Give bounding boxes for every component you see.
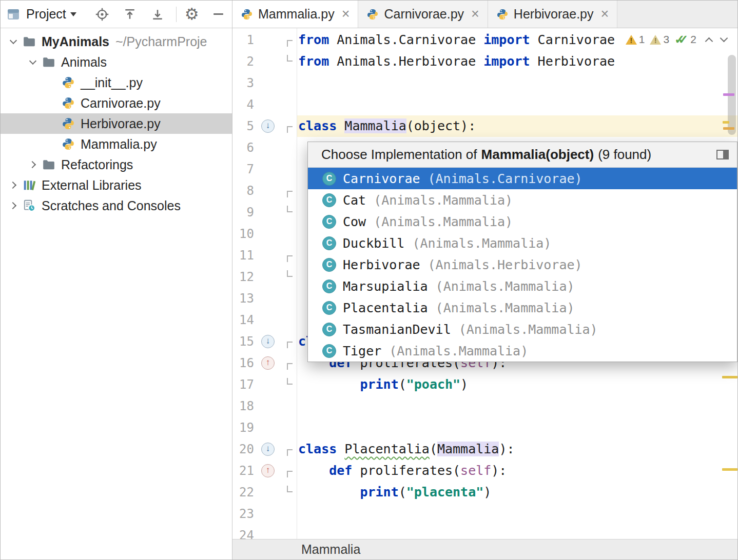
overrides-gutter-icon[interactable]: ↑ bbox=[261, 464, 275, 477]
code-line-5[interactable]: class Mammalia(object): bbox=[297, 115, 737, 137]
line-number[interactable]: 17 bbox=[232, 374, 254, 395]
tree-chevron-icon[interactable] bbox=[6, 203, 21, 208]
line-number[interactable]: 7 bbox=[232, 158, 254, 180]
tree-chevron-icon[interactable] bbox=[6, 183, 21, 188]
line-number[interactable]: 24 bbox=[232, 525, 254, 539]
stripe-mark[interactable] bbox=[722, 468, 737, 471]
tree-chevron-icon[interactable] bbox=[25, 61, 41, 64]
implementation-item-marsupialia[interactable]: CMarsupialia(Animals.Mammalia) bbox=[308, 275, 737, 297]
fold-marker-icon[interactable] bbox=[287, 342, 293, 348]
tree-chevron-icon[interactable] bbox=[25, 162, 41, 167]
tree-chevron-icon[interactable] bbox=[6, 41, 21, 43]
stripe-mark[interactable] bbox=[722, 376, 737, 378]
project-view-selector[interactable]: Project bbox=[26, 7, 76, 22]
implementation-item-carnivorae[interactable]: CCarnivorae(Animals.Carnivorae) bbox=[308, 168, 737, 189]
fold-marker-icon[interactable] bbox=[287, 270, 293, 277]
checks-passed-icon[interactable]: ✓✓ bbox=[674, 32, 688, 47]
line-number[interactable]: 9 bbox=[232, 202, 254, 223]
fold-marker-icon[interactable] bbox=[287, 363, 293, 370]
line-number[interactable]: 18 bbox=[232, 395, 254, 417]
code-line-2[interactable]: from Animals.Herbivorae import Herbivora… bbox=[297, 51, 737, 72]
code-line-18[interactable] bbox=[297, 395, 737, 417]
fold-marker-icon[interactable] bbox=[287, 449, 293, 456]
line-number[interactable]: 3 bbox=[232, 72, 254, 94]
tree-item-scratches-and-consoles[interactable]: Scratches and Consoles bbox=[1, 195, 232, 216]
locate-file-icon[interactable] bbox=[95, 7, 109, 22]
tool-window-icon[interactable] bbox=[7, 8, 20, 21]
implementation-item-tiger[interactable]: CTiger(Animals.Mammalia) bbox=[308, 340, 737, 362]
weak-warning-icon[interactable]: ! bbox=[650, 35, 661, 45]
line-number[interactable]: 21 bbox=[232, 460, 254, 482]
implementation-item-duckbill[interactable]: CDuckbill(Animals.Mammalia) bbox=[308, 232, 737, 254]
line-number[interactable]: 11 bbox=[232, 245, 254, 266]
implemented-gutter-icon[interactable]: ↓ bbox=[261, 443, 275, 456]
implementation-item-cow[interactable]: CCow(Animals.Mammalia) bbox=[308, 211, 737, 232]
breadcrumb-item[interactable]: Mammalia bbox=[301, 542, 360, 557]
fold-marker-icon[interactable] bbox=[287, 378, 293, 385]
line-number[interactable]: 12 bbox=[232, 266, 254, 288]
implementation-item-herbivorae[interactable]: CHerbivorae(Animals.Herbivorae) bbox=[308, 254, 737, 275]
fold-marker-icon[interactable] bbox=[287, 471, 293, 477]
line-number[interactable]: 13 bbox=[232, 288, 254, 309]
line-number[interactable]: 1 bbox=[232, 29, 254, 51]
line-number[interactable]: 10 bbox=[232, 223, 254, 245]
line-number[interactable]: 23 bbox=[232, 503, 254, 525]
line-number[interactable]: 22 bbox=[232, 482, 254, 503]
code-line-4[interactable] bbox=[297, 94, 737, 115]
open-as-tool-window-icon[interactable] bbox=[716, 150, 729, 159]
hide-panel-icon[interactable] bbox=[213, 13, 223, 15]
line-number[interactable]: 15 bbox=[232, 331, 254, 352]
code-line-24[interactable] bbox=[297, 525, 737, 539]
collapse-all-icon[interactable] bbox=[150, 7, 165, 22]
fold-marker-icon[interactable] bbox=[287, 206, 293, 212]
fold-marker-icon[interactable] bbox=[287, 55, 293, 62]
code-line-21[interactable]: def proliferates(self): bbox=[297, 460, 737, 482]
tree-item-external-libraries[interactable]: External Libraries bbox=[1, 175, 232, 195]
fold-marker-icon[interactable] bbox=[287, 191, 293, 197]
stripe-mark[interactable] bbox=[723, 121, 729, 124]
code-line-17[interactable]: print("poach") bbox=[297, 374, 737, 395]
implementation-item-placentalia[interactable]: CPlacentalia(Animals.Mammalia) bbox=[308, 297, 737, 318]
stripe-mark[interactable] bbox=[723, 93, 734, 96]
fold-marker-icon[interactable] bbox=[287, 40, 293, 47]
fold-marker-icon[interactable] bbox=[287, 255, 293, 262]
tree-item-herbivorae-py[interactable]: Herbivorae.py bbox=[1, 113, 232, 134]
line-number[interactable]: 16 bbox=[232, 352, 254, 374]
tree-item-refactorings[interactable]: Refactorings bbox=[1, 154, 232, 175]
line-number[interactable]: 4 bbox=[232, 94, 254, 115]
line-number[interactable]: 20 bbox=[232, 438, 254, 460]
tree-item-myanimals[interactable]: MyAnimals~/PycharmProje bbox=[1, 31, 232, 52]
prev-problem-icon[interactable] bbox=[705, 37, 713, 46]
warning-icon[interactable]: ! bbox=[626, 35, 637, 45]
fold-marker-icon[interactable] bbox=[287, 126, 293, 133]
fold-marker-icon[interactable] bbox=[287, 486, 293, 492]
overrides-gutter-icon[interactable]: ↑ bbox=[261, 356, 275, 370]
tab-close-icon[interactable]: × bbox=[601, 7, 609, 21]
tree-item-mammalia-py[interactable]: Mammalia.py bbox=[1, 134, 232, 154]
editor-tab-mammalia-py[interactable]: Mammalia.py× bbox=[232, 1, 358, 28]
line-number[interactable]: 19 bbox=[232, 417, 254, 438]
code-line-23[interactable] bbox=[297, 503, 737, 525]
tree-item-carnivorae-py[interactable]: Carnivorae.py bbox=[1, 93, 232, 113]
implementation-item-cat[interactable]: CCat(Animals.Mammalia) bbox=[308, 189, 737, 211]
tree-item-animals[interactable]: Animals bbox=[1, 52, 232, 72]
line-number[interactable]: 6 bbox=[232, 137, 254, 158]
implementation-item-tasmaniandevil[interactable]: CTasmanianDevil(Animals.Mammalia) bbox=[308, 318, 737, 340]
tab-close-icon[interactable]: × bbox=[342, 7, 350, 21]
code-line-22[interactable]: print("placenta") bbox=[297, 482, 737, 503]
code-line-20[interactable]: class Placentalia(Mammalia): bbox=[297, 438, 737, 460]
expand-all-icon[interactable] bbox=[123, 7, 137, 22]
line-number[interactable]: 14 bbox=[232, 309, 254, 331]
line-number[interactable]: 8 bbox=[232, 180, 254, 202]
implemented-gutter-icon[interactable]: ↓ bbox=[261, 335, 275, 348]
next-problem-icon[interactable] bbox=[720, 34, 728, 43]
editor-gutter[interactable]: 12345↓6789101112131415↓16↑17181920↓21↑22… bbox=[232, 28, 297, 539]
editor-tab-carnivorae-py[interactable]: Carnivorae.py× bbox=[358, 1, 488, 28]
stripe-mark[interactable] bbox=[723, 127, 734, 130]
tab-close-icon[interactable]: × bbox=[471, 7, 479, 21]
line-number[interactable]: 5 bbox=[232, 115, 254, 137]
code-line-19[interactable] bbox=[297, 417, 737, 438]
line-number[interactable]: 2 bbox=[232, 51, 254, 72]
implemented-gutter-icon[interactable]: ↓ bbox=[261, 119, 275, 133]
editor-tab-herbivorae-py[interactable]: Herbivorae.py× bbox=[488, 1, 617, 28]
